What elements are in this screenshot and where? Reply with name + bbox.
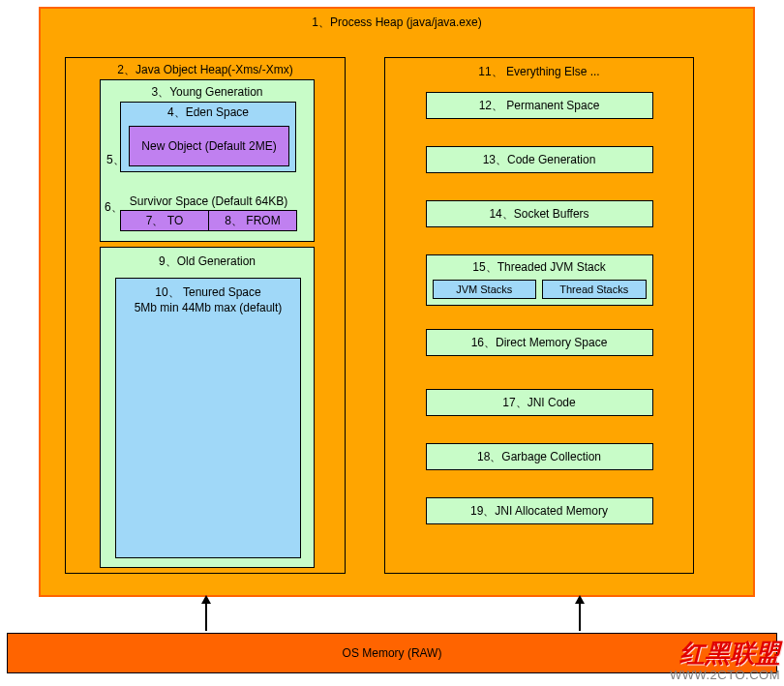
garbage-collection: 18、Garbage Collection: [426, 443, 653, 470]
eden-space-label: 4、Eden Space: [121, 103, 295, 123]
label-6: 6、: [105, 199, 123, 216]
old-gen-label: 9、Old Generation: [101, 248, 314, 276]
os-memory-label: OS Memory (RAW): [343, 646, 442, 660]
old-generation: 9、Old Generation 10、 Tenured Space 5Mb m…: [100, 247, 315, 568]
young-generation: 3、Young Generation 4、Eden Space New Obje…: [100, 79, 315, 242]
survivor-from-text: 8、 FROM: [225, 213, 280, 229]
label-5: 5、: [106, 152, 125, 168]
socket-buffers: 14、Socket Buffers: [426, 200, 653, 227]
survivor-to-text: 7、 TO: [146, 213, 183, 229]
process-heap: 1、Process Heap (java/java.exe) 2、Java Ob…: [39, 7, 755, 597]
java-object-heap: 2、Java Object Heap(-Xms/-Xmx) 3、Young Ge…: [65, 57, 346, 574]
jvm-stacks: JVM Stacks: [433, 280, 537, 299]
everything-else: 11、 Everything Else ... 12、 Permanent Sp…: [384, 57, 694, 574]
os-memory: OS Memory (RAW): [7, 633, 777, 673]
survivor-from: 8、 FROM: [208, 210, 297, 231]
survivor-to: 7、 TO: [120, 210, 209, 231]
tenured-line1: 10、 Tenured Space: [120, 284, 296, 301]
permanent-space: 12、 Permanent Space: [426, 92, 653, 119]
arrow-left-icon: [205, 602, 207, 631]
survivor-space-label: Survivor Space (Default 64KB): [120, 194, 297, 210]
arrow-right-icon: [579, 602, 581, 631]
watermark: 红黑联盟 WWW.2CTO.COM: [670, 637, 780, 682]
tenured-line2: 5Mb min 44Mb max (default): [120, 301, 296, 314]
direct-memory-space: 16、Direct Memory Space: [426, 329, 653, 356]
tenured-space: 10、 Tenured Space 5Mb min 44Mb max (defa…: [115, 278, 301, 558]
everything-else-label: 11、 Everything Else ...: [385, 58, 693, 92]
process-heap-label: 1、Process Heap (java/java.exe): [41, 9, 753, 37]
watermark-text: 红黑联盟: [670, 637, 780, 671]
thread-stacks: Thread Stacks: [542, 280, 647, 299]
survivor-space: Survivor Space (Default 64KB) 7、 TO 8、 F…: [120, 194, 297, 235]
jni-code: 17、JNI Code: [426, 389, 653, 416]
new-object: New Object (Default 2ME): [129, 126, 289, 166]
watermark-url: WWW.2CTO.COM: [670, 668, 780, 682]
jni-allocated-memory: 19、JNI Allocated Memory: [426, 497, 653, 524]
new-object-text: New Object (Default 2ME): [141, 139, 276, 153]
code-generation: 13、Code Generation: [426, 146, 653, 173]
threaded-jvm-label: 15、Threaded JVM Stack: [472, 259, 605, 276]
eden-space: 4、Eden Space New Object (Default 2ME): [120, 102, 296, 172]
threaded-jvm-stack: 15、Threaded JVM Stack JVM Stacks Thread …: [426, 254, 653, 306]
